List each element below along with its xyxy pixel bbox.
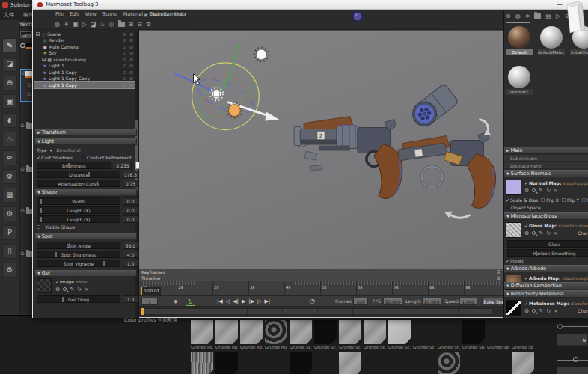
projection-tool[interactable]: ⊕ — [2, 76, 17, 91]
go-end-button[interactable]: ▶| — [264, 297, 270, 306]
spot-sharpness-slider[interactable]: Spot Sharpness — [37, 251, 120, 258]
stencil-tool[interactable]: ▣ — [2, 94, 17, 109]
surface-section-header[interactable]: ▼Surface:Normals — [504, 170, 588, 177]
sky-sphere-icon[interactable]: ◍ — [55, 20, 60, 29]
map-clear-icon[interactable]: × — [554, 308, 558, 314]
subdivision-row[interactable]: Subdivision: — [504, 155, 588, 162]
map-edit-icon[interactable]: ✎ — [539, 308, 543, 314]
gloss-map-thumbnail[interactable] — [506, 222, 521, 238]
tree-item-light-1-copy[interactable]: ¤Light 1 Copy⊡⊙ — [34, 69, 135, 76]
tree-item-light-1[interactable]: ¤Light 1⊡⊙ — [34, 63, 135, 70]
tree-item-light-1-copy-copy[interactable]: ¤Light 1 Copy Copy⊡⊙ — [34, 76, 135, 82]
sun-light-icon[interactable] — [254, 48, 268, 61]
shelf-item[interactable]: Grunge Sc... — [388, 320, 411, 349]
surface-mode[interactable]: Normals — [531, 171, 551, 177]
tree-item-sky[interactable]: ☀Sky⊡⊙ — [34, 50, 135, 57]
camera-selector[interactable]: ▣ Main Camera ▾ — [144, 10, 188, 19]
folder-icon[interactable] — [534, 13, 541, 19]
picker-tool[interactable]: ✏ — [2, 150, 17, 165]
albedo-mode[interactable]: Albedo — [530, 266, 546, 272]
material-default[interactable]: Default — [506, 25, 533, 55]
map-settings-icon[interactable]: ⚙ — [55, 286, 60, 292]
config-tool[interactable]: ⚙ — [2, 263, 17, 278]
timeline-bar[interactable]: Timeline⊻ — [139, 275, 503, 281]
invert-checkbox[interactable]: ✓Invert — [506, 258, 524, 263]
material-defaultmate[interactable]: defaultMate... — [538, 25, 565, 55]
menu-view[interactable]: View — [85, 10, 96, 19]
loop-button[interactable]: ↻ — [186, 298, 195, 306]
map-reload-icon[interactable]: ↻ — [546, 308, 551, 314]
tree-item-render[interactable]: ◎Render⊡⊙ — [34, 37, 135, 44]
shelf-item[interactable]: Grunge Sc... — [364, 320, 386, 349]
map-settings-icon[interactable]: ⚙ — [524, 188, 529, 194]
channel-dropdown[interactable]: Channel ▾ — [578, 230, 588, 236]
flip-z-checkbox[interactable]: Flip Z — [582, 197, 588, 203]
slider-knob[interactable] — [573, 357, 578, 362]
selected-layer[interactable]: ⊙ ⊙ ⊙ — [20, 69, 33, 102]
smudge-tool[interactable]: ◖ — [2, 113, 17, 128]
minimize-button[interactable]: — — [555, 1, 564, 9]
slider-handle[interactable] — [68, 163, 70, 168]
horizon-slider-slider[interactable]: Horizon Smoothing — [507, 249, 588, 257]
shelf-item[interactable]: Grunge Ro... — [215, 320, 238, 349]
eraser-tool[interactable]: ◪ — [2, 57, 17, 72]
map-search-icon[interactable] — [532, 309, 536, 313]
spot-angle-value[interactable]: 35.0 — [123, 242, 138, 249]
microsurface-mode[interactable]: Gloss — [544, 213, 557, 219]
shelf-item[interactable]: Grunge Sc... — [339, 320, 361, 349]
material-sphere-icon[interactable]: ◍ — [515, 13, 521, 19]
go-start-button[interactable]: |◀ — [217, 297, 223, 306]
slider-knob[interactable] — [557, 324, 563, 329]
slider-handle[interactable] — [97, 181, 98, 186]
spot-angle-slider[interactable]: Spot Angle — [37, 242, 120, 249]
map-reload-icon[interactable]: ↻ — [546, 230, 551, 236]
visibility-icon[interactable]: ⊙ — [128, 63, 135, 68]
reflectivity-mode[interactable]: Metalness — [539, 291, 564, 297]
length-x-value[interactable]: 0.0 — [123, 206, 138, 214]
keyframes-bar[interactable]: Keyframes⊼ — [139, 269, 503, 275]
viewport-canvas[interactable]: 2 — [139, 30, 503, 269]
map-search-icon[interactable] — [63, 287, 67, 291]
sky-icon[interactable]: ◎ — [109, 20, 114, 29]
map-edit-icon[interactable]: ✎ — [70, 286, 74, 292]
object-space-checkbox[interactable]: Object Space — [506, 205, 541, 210]
gel-tiling-slider[interactable]: Gel Tiling — [37, 295, 120, 303]
shelf-item[interactable]: Grunge Sc... — [413, 320, 435, 349]
layer-row[interactable]: ⊙ — [20, 206, 33, 215]
layer-row[interactable]: ⊙ — [20, 249, 33, 258]
add-camera-icon[interactable]: ▣ — [73, 20, 79, 29]
open-folder-icon[interactable] — [118, 22, 125, 27]
substance-button[interactable] — [557, 367, 588, 374]
map-clear-icon[interactable]: × — [554, 188, 558, 194]
scale-bias-checkbox[interactable]: ✓Scale & Bias — [506, 197, 538, 203]
diffusion-mode[interactable]: Lambertian — [534, 283, 562, 289]
tree-item-main-camera[interactable]: ▣Main Camera⊡⊙ — [34, 43, 135, 50]
lock-icon[interactable]: ⊡ — [121, 37, 128, 43]
map-reload-icon[interactable]: ↻ — [77, 286, 82, 292]
map-settings-icon[interactable]: ⚙ — [524, 308, 529, 314]
material-lambert2[interactable]: lambert2 — [506, 64, 533, 95]
brush-tool[interactable]: ✎ — [2, 38, 17, 53]
visible-shape-checkbox[interactable]: Visible Shape — [37, 224, 75, 230]
map-search-icon[interactable] — [532, 231, 536, 235]
shelf-item[interactable]: Grunge Wi... — [388, 352, 411, 374]
map-edit-icon[interactable]: ✎ — [539, 230, 543, 236]
diffusion-section-header[interactable]: ▼Diffusion:Lambertian — [504, 282, 588, 289]
gear-tool[interactable]: ⚙ — [2, 206, 17, 221]
step-back-button[interactable]: ◀| — [233, 297, 239, 306]
flip-x-checkbox[interactable]: Flip X — [541, 197, 559, 203]
length-x-slider[interactable]: Length (X) — [37, 206, 120, 214]
tree-item-light-1-copy[interactable]: ¤Light 1 Copy⊡⊙ — [34, 82, 135, 88]
stopwatch-icon[interactable]: ◔ — [310, 298, 315, 304]
menu-file[interactable]: File — [55, 10, 64, 19]
width-slider[interactable]: Width — [37, 197, 120, 205]
gel-image-checkbox[interactable]: ✓Image none — [55, 279, 87, 284]
expand-toggle[interactable]: + — [42, 58, 46, 61]
texture-tool[interactable]: ▦ — [2, 188, 17, 203]
main-section-header[interactable]: ►Main — [504, 147, 588, 154]
shelf-item[interactable]: Grunge Sp... — [512, 320, 534, 349]
map-edit-icon[interactable]: ✎ — [539, 188, 543, 194]
settings-tool[interactable]: ⚙ — [2, 169, 17, 184]
duplicate-icon[interactable]: ⊞ — [129, 20, 134, 29]
spot-sharpness-value[interactable]: 4.0 — [123, 251, 138, 258]
